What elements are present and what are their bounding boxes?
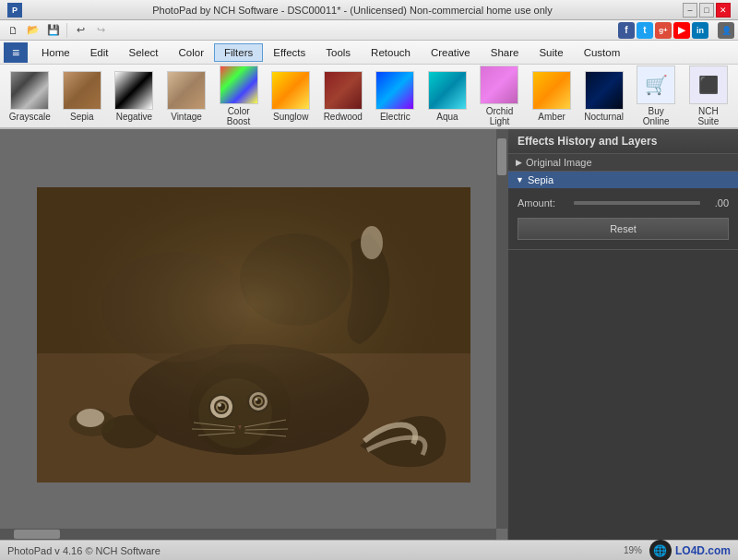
filter-aqua[interactable]: Aqua	[423, 68, 472, 125]
buyonline-label: Buy Online	[635, 106, 678, 126]
menu-retouch[interactable]: Retouch	[361, 43, 421, 62]
filter-sunglow[interactable]: Sunglow	[267, 68, 315, 125]
main-area: Effects History and Layers ▶ Original Im…	[0, 129, 738, 540]
nocturnal-icon	[585, 71, 624, 110]
amount-slider-track	[574, 201, 700, 205]
nchsuite-label: NCH Suite	[687, 106, 731, 126]
title-left: P	[7, 3, 22, 18]
titlebar: P PhotoPad by NCH Software - DSC00011* -…	[0, 0, 738, 20]
electric-label: Electric	[380, 112, 411, 122]
v-scroll-thumb[interactable]	[497, 138, 506, 175]
menubar: ≡ Home Edit Select Color Filters Effects…	[0, 41, 738, 65]
vintage-label: Vintage	[171, 112, 202, 122]
sepia-layer-header[interactable]: ▼ Sepia	[508, 172, 738, 188]
redwood-icon	[324, 71, 363, 110]
amount-row: Amount: .00	[518, 197, 729, 209]
filter-orchidlight[interactable]: Orchid Light	[475, 65, 524, 129]
menu-edit[interactable]: Edit	[80, 43, 119, 62]
filter-negative[interactable]: Negative	[110, 68, 159, 125]
googleplus-icon[interactable]: g+	[655, 22, 672, 39]
redo-button[interactable]: ↪	[91, 22, 110, 39]
linkedin-icon[interactable]: in	[692, 22, 708, 39]
youtube-icon[interactable]: ▶	[673, 22, 690, 39]
grayscale-label: Grayscale	[9, 112, 51, 122]
sepia-settings: Amount: .00 Reset	[508, 188, 738, 249]
maximize-button[interactable]: □	[699, 3, 714, 18]
lo4d-text: LO4D.com	[675, 544, 731, 557]
photo-container	[37, 187, 470, 483]
filter-vintage[interactable]: Vintage	[162, 68, 211, 125]
menu-color[interactable]: Color	[168, 43, 213, 62]
filter-electric[interactable]: Electric	[371, 68, 420, 125]
new-file-button[interactable]: 🗋	[4, 22, 22, 39]
filter-nocturnal[interactable]: Nocturnal	[579, 68, 628, 125]
logo-area: 🌐 LO4D.com	[649, 540, 731, 561]
original-image-header[interactable]: ▶ Original Image	[508, 154, 738, 171]
right-panel: Effects History and Layers ▶ Original Im…	[507, 129, 738, 540]
close-button[interactable]: ✕	[716, 3, 731, 18]
vintage-icon	[167, 71, 206, 110]
menu-share[interactable]: Share	[481, 43, 530, 62]
original-image-label: Original Image	[526, 157, 592, 168]
filter-sepia[interactable]: Sepia	[58, 68, 107, 125]
cat-image	[37, 187, 470, 483]
amount-label: Amount:	[518, 197, 568, 209]
profile-icon[interactable]: 👤	[718, 22, 734, 39]
vertical-scrollbar[interactable]	[496, 129, 507, 529]
horizontal-scrollbar[interactable]	[0, 529, 496, 540]
nchsuite-icon: ⬛	[689, 66, 728, 104]
amount-value: .00	[706, 197, 729, 209]
aqua-icon	[428, 71, 467, 110]
window-title: PhotoPad by NCH Software - DSC00011* - (…	[22, 5, 683, 16]
photo-canvas	[37, 187, 470, 483]
undo-button[interactable]: ↩	[71, 22, 89, 39]
redwood-label: Redwood	[324, 112, 363, 122]
sepia-layer-label: Sepia	[528, 174, 554, 185]
twitter-icon[interactable]: t	[637, 22, 653, 39]
nch-suite-button[interactable]: ⬛ NCH Suite	[684, 65, 733, 129]
menu-creative[interactable]: Creative	[421, 43, 481, 62]
menu-custom[interactable]: Custom	[574, 43, 631, 62]
window-controls: – □ ✕	[683, 3, 731, 18]
svg-rect-32	[37, 187, 470, 483]
filter-redwood[interactable]: Redwood	[318, 68, 367, 125]
open-file-button[interactable]: 📂	[24, 22, 42, 39]
menu-filters[interactable]: Filters	[214, 43, 263, 62]
save-file-button[interactable]: 💾	[44, 22, 63, 39]
menu-suite[interactable]: Suite	[529, 43, 573, 62]
menu-home[interactable]: Home	[31, 43, 80, 62]
amount-slider-container[interactable]	[574, 201, 700, 205]
collapse-arrow: ▶	[516, 158, 522, 167]
menu-tools[interactable]: Tools	[315, 43, 361, 62]
filter-amber[interactable]: Amber	[528, 68, 577, 125]
toolbar-separator	[66, 23, 67, 38]
reset-button[interactable]: Reset	[518, 218, 729, 240]
buy-online-button[interactable]: 🛒 Buy Online	[632, 65, 681, 129]
negative-icon	[114, 71, 153, 110]
orchidlight-icon	[480, 66, 518, 104]
filter-colorboost[interactable]: Color Boost	[214, 65, 263, 129]
sepia-collapse-arrow: ▼	[516, 175, 524, 185]
aqua-label: Aqua	[436, 112, 458, 122]
canvas-area[interactable]	[0, 129, 507, 540]
sepia-layer: ▼ Sepia Amount: .00 Reset	[508, 172, 738, 250]
sunglow-icon	[271, 71, 310, 110]
menu-select[interactable]: Select	[119, 43, 169, 62]
filter-grayscale[interactable]: Grayscale	[6, 68, 54, 125]
amber-icon	[532, 71, 571, 110]
menu-effects[interactable]: Effects	[263, 43, 315, 62]
facebook-icon[interactable]: f	[618, 22, 635, 39]
minimize-button[interactable]: –	[683, 3, 697, 18]
orchidlight-label: Orchid Light	[478, 106, 521, 126]
nocturnal-label: Nocturnal	[584, 112, 624, 122]
colorboost-label: Color Boost	[217, 106, 260, 126]
h-scroll-thumb[interactable]	[14, 530, 60, 539]
sunglow-label: Sunglow	[273, 112, 308, 122]
original-image-layer: ▶ Original Image	[508, 154, 738, 172]
sepia-icon	[63, 71, 101, 110]
grayscale-icon	[10, 71, 49, 110]
panel-title: Effects History and Layers	[508, 129, 738, 154]
hamburger-menu[interactable]: ≡	[4, 42, 28, 63]
amber-label: Amber	[538, 112, 565, 122]
social-icons: f t g+ ▶ in 👤	[618, 22, 734, 39]
